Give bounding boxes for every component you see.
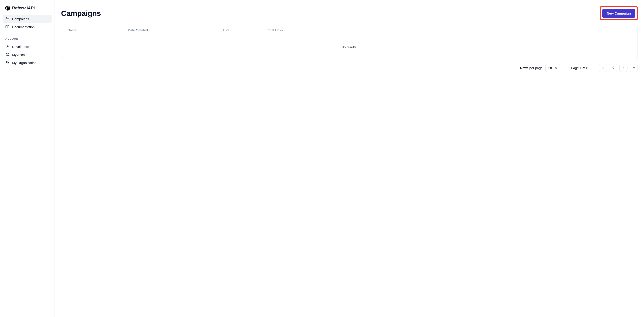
column-header-name: Name [68, 28, 128, 32]
sidebar-item-label: Developers [12, 45, 29, 49]
pager-last-button[interactable] [630, 64, 638, 72]
svg-point-6 [8, 62, 9, 63]
pager-buttons [599, 64, 638, 72]
sidebar-item-label: Campaigns [12, 17, 29, 21]
chevron-left-icon [611, 66, 615, 70]
book-icon [5, 25, 10, 29]
column-header-url: URL [223, 28, 267, 32]
rows-per-page-select[interactable]: 10 [546, 64, 560, 72]
rows-per-page-group: Rows per page 10 [520, 64, 560, 72]
column-header-total-links: Total Links [267, 28, 631, 32]
folder-icon [5, 17, 10, 21]
svg-point-1 [8, 7, 10, 8]
chevron-up-down-icon [555, 66, 557, 69]
users-icon [5, 61, 10, 65]
pagination-bar: Rows per page 10 Page 1 of 0 [61, 64, 638, 72]
new-campaign-button[interactable]: New Campaign [602, 9, 635, 18]
sidebar-item-my-account[interactable]: My Account [3, 51, 52, 59]
sidebar-item-campaigns[interactable]: Campaigns [3, 15, 52, 23]
sidebar-item-label: Documentation [12, 25, 35, 29]
rows-per-page-label: Rows per page [520, 66, 543, 70]
page-indicator: Page 1 of 0 [571, 66, 588, 70]
logo-text: ReferralAPI [12, 6, 35, 11]
logo[interactable]: ReferralAPI [3, 5, 52, 15]
svg-point-4 [7, 54, 8, 55]
svg-point-5 [6, 62, 8, 63]
chevron-right-icon [622, 66, 625, 70]
sidebar-item-label: My Organization [12, 61, 36, 65]
campaigns-table: Name Date Created URL Total Links No res… [61, 25, 638, 59]
table-empty-state: No results. [61, 35, 638, 59]
highlight-annotation: New Campaign [600, 6, 638, 20]
sidebar-item-documentation[interactable]: Documentation [3, 23, 52, 31]
sidebar: ReferralAPI Campaigns Documentation ACCO… [0, 0, 55, 317]
pager-next-button[interactable] [620, 64, 628, 72]
app-root: ReferralAPI Campaigns Documentation ACCO… [0, 0, 644, 317]
page-header: Campaigns New Campaign [61, 6, 638, 20]
sidebar-item-label: My Account [12, 53, 30, 57]
main-content: Campaigns New Campaign Name Date Created… [55, 0, 644, 317]
pager-prev-button[interactable] [609, 64, 617, 72]
sidebar-item-my-organization[interactable]: My Organization [3, 59, 52, 67]
page-title: Campaigns [61, 9, 101, 18]
user-icon [5, 53, 10, 57]
code-icon [5, 45, 10, 49]
logo-icon [5, 5, 10, 11]
chevrons-left-icon [601, 66, 605, 70]
svg-point-0 [5, 6, 10, 11]
svg-line-2 [7, 46, 8, 48]
sidebar-section-label: ACCOUNT [3, 31, 52, 43]
empty-message: No results. [342, 45, 358, 49]
column-header-date-created: Date Created [128, 28, 223, 32]
table-header-row: Name Date Created URL Total Links [61, 25, 638, 35]
rows-per-page-value: 10 [548, 66, 552, 70]
pager-first-button[interactable] [599, 64, 607, 72]
chevrons-right-icon [632, 66, 636, 70]
sidebar-item-developers[interactable]: Developers [3, 43, 52, 51]
